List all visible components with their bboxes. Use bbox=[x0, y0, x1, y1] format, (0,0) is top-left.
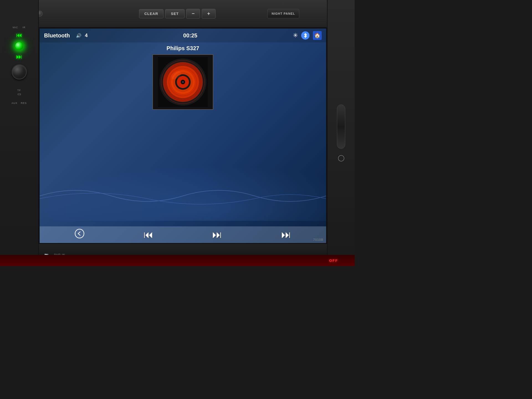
tf-label: TF bbox=[17, 89, 21, 92]
volume-knob[interactable] bbox=[12, 64, 27, 80]
clear-button[interactable]: CLEAR bbox=[139, 9, 163, 18]
brightness-icon: ✳ bbox=[293, 32, 298, 39]
vinyl-record bbox=[158, 57, 208, 107]
left-panel: MIC IR ⏮ ⏭ TF ▭ AUX RES bbox=[0, 0, 39, 266]
main-screen-container: Bluetooth 🔊 4 00:25 ✳ 🏠 Philips S327 bbox=[39, 28, 327, 244]
aux-label: AUX bbox=[11, 102, 17, 104]
minus-button[interactable]: − bbox=[186, 9, 200, 19]
stereo-body: CLEAR SET − + NIGHT PANEL MIC IR ⏮ ⏭ TF … bbox=[0, 0, 355, 266]
track-name: Philips S327 bbox=[167, 45, 199, 52]
right-side-icon: ◯ bbox=[338, 154, 345, 162]
screen-controls: ⏮ ⏭ ⏭ bbox=[40, 226, 326, 243]
screen-content: Philips S327 bbox=[40, 42, 326, 226]
center-buttons: CLEAR SET − + bbox=[139, 9, 216, 19]
top-panel: CLEAR SET − + NIGHT PANEL bbox=[0, 0, 355, 28]
volume-level: 4 bbox=[85, 33, 88, 39]
prev-skip-button[interactable]: ⏮ bbox=[16, 32, 22, 39]
svg-point-14 bbox=[75, 229, 84, 238]
screen-topbar: Bluetooth 🔊 4 00:25 ✳ 🏠 bbox=[40, 29, 326, 42]
album-art bbox=[152, 54, 213, 110]
res-label: RES bbox=[21, 102, 27, 104]
volume-icon: 🔊 bbox=[76, 33, 81, 38]
screen: Bluetooth 🔊 4 00:25 ✳ 🏠 Philips S327 bbox=[40, 29, 326, 243]
source-label: Bluetooth bbox=[44, 32, 70, 39]
model-number: 7010B bbox=[313, 238, 323, 241]
mic-label: MIC bbox=[13, 26, 18, 29]
led-indicator bbox=[15, 42, 23, 50]
back-button[interactable] bbox=[75, 229, 85, 241]
set-button[interactable]: SET bbox=[165, 9, 185, 18]
off-label: OFF bbox=[329, 259, 338, 263]
home-icon[interactable]: 🏠 bbox=[313, 31, 322, 40]
ir-label: IR bbox=[22, 26, 25, 29]
right-side-strip bbox=[337, 104, 345, 149]
bottom-red-strip: OFF bbox=[0, 255, 355, 266]
time-display: 00:25 bbox=[91, 32, 290, 39]
next-skip-button[interactable]: ⏭ bbox=[16, 53, 22, 60]
prev-track-button[interactable]: ⏮ bbox=[144, 229, 154, 241]
fast-forward-button[interactable]: ⏭ bbox=[281, 229, 291, 241]
night-panel-button[interactable]: NIGHT PANEL bbox=[267, 9, 299, 18]
svg-point-12 bbox=[182, 81, 184, 83]
tf-card-icon: ▭ bbox=[17, 92, 21, 96]
next-track-button[interactable]: ⏭ bbox=[212, 229, 222, 241]
bluetooth-icon bbox=[301, 31, 310, 40]
right-panel: ◯ bbox=[327, 0, 355, 266]
plus-button[interactable]: + bbox=[202, 9, 216, 19]
